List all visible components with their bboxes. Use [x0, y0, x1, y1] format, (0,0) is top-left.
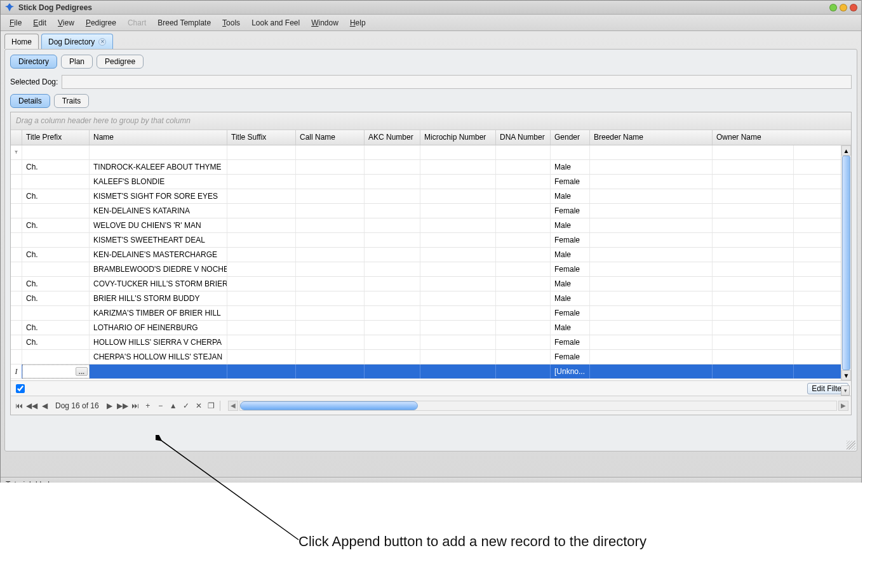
- cell-gender[interactable]: Male: [551, 189, 590, 203]
- cell-name[interactable]: KISMET'S SWEETHEART DEAL: [90, 233, 227, 247]
- selected-dog-input[interactable]: [62, 75, 852, 89]
- vertical-scrollbar[interactable]: ▲ ▼: [841, 145, 851, 380]
- cell-name[interactable]: KEN-DELAINE'S MASTERCHARGE: [90, 248, 227, 262]
- nav-first-button[interactable]: ⏮: [13, 400, 25, 411]
- cell-gender[interactable]: Male: [551, 248, 590, 262]
- header-owner-name[interactable]: Owner Name: [713, 130, 794, 145]
- nav-append-button[interactable]: +: [142, 400, 154, 411]
- table-row[interactable]: KARIZMA'S TIMBER OF BRIER HILLFemale: [11, 306, 851, 321]
- cell-name[interactable]: BRIER HILL'S STORM BUDDY: [90, 291, 227, 305]
- zoom-button[interactable]: [840, 4, 847, 11]
- cell-name[interactable]: KALEEF'S BLONDIE: [90, 175, 227, 189]
- menu-help[interactable]: Help: [345, 17, 371, 29]
- close-tab-icon[interactable]: ×: [98, 38, 106, 46]
- table-row[interactable]: CHERPA'S HOLLOW HILLS' STEJANFemale: [11, 350, 851, 364]
- table-row[interactable]: Ch.LOTHARIO OF HEINERBURGMale: [11, 321, 851, 335]
- cell-gender[interactable]: Male: [551, 321, 590, 335]
- scroll-thumb[interactable]: [842, 156, 850, 370]
- close-button[interactable]: [850, 4, 857, 11]
- table-row[interactable]: Ch.KISMET'S SIGHT FOR SORE EYESMale: [11, 189, 851, 204]
- cell-gender[interactable]: Female: [551, 233, 590, 247]
- cell-title-prefix[interactable]: [22, 233, 90, 247]
- minimize-button[interactable]: [829, 4, 837, 11]
- filter-row[interactable]: [11, 145, 851, 160]
- resize-grip-icon[interactable]: [847, 441, 855, 450]
- nav-edit-button[interactable]: ▲: [168, 400, 179, 411]
- filter-dropdown-icon[interactable]: ▾: [841, 385, 850, 396]
- cell-gender[interactable]: Female: [551, 262, 590, 276]
- cell-title-prefix[interactable]: [22, 175, 90, 189]
- cell-name[interactable]: LOTHARIO OF HEINERBURG: [90, 321, 227, 335]
- cell-name[interactable]: TINDROCK-KALEEF ABOUT THYME: [90, 160, 227, 174]
- cell-gender[interactable]: Female: [551, 350, 590, 364]
- subtab-pedigree[interactable]: Pedigree: [97, 55, 144, 69]
- subtab-directory[interactable]: Directory: [10, 55, 57, 69]
- cell-title-prefix[interactable]: Ch.: [22, 160, 90, 174]
- new-row-gender[interactable]: [Unkno...: [551, 364, 590, 378]
- table-row[interactable]: KEN-DELAINE'S KATARINAFemale: [11, 204, 851, 218]
- table-row[interactable]: Ch.TINDROCK-KALEEF ABOUT THYMEMale: [11, 160, 851, 175]
- nav-end-edit-button[interactable]: ❐: [206, 400, 217, 411]
- cell-name[interactable]: CHERPA'S HOLLOW HILLS' STEJAN: [90, 350, 227, 364]
- cell-title-prefix[interactable]: Ch.: [22, 291, 90, 305]
- cell-title-prefix[interactable]: Ch.: [22, 218, 90, 232]
- scroll-up-icon[interactable]: ▲: [841, 145, 851, 156]
- menu-file[interactable]: File: [4, 17, 27, 29]
- cell-name[interactable]: COVY-TUCKER HILL'S STORM BRIER: [90, 277, 227, 291]
- cell-title-prefix[interactable]: Ch.: [22, 189, 90, 203]
- nav-cancel-button[interactable]: ✕: [193, 400, 204, 411]
- cell-gender[interactable]: Female: [551, 175, 590, 189]
- header-name[interactable]: Name: [90, 130, 227, 145]
- hscroll-thumb[interactable]: [240, 401, 418, 410]
- table-row[interactable]: Ch.COVY-TUCKER HILL'S STORM BRIERMale: [11, 277, 851, 291]
- header-microchip-number[interactable]: Microchip Number: [420, 130, 496, 145]
- cell-gender[interactable]: Female: [551, 204, 590, 218]
- hscroll-right-icon[interactable]: ▶: [838, 401, 848, 411]
- cell-name[interactable]: KARIZMA'S TIMBER OF BRIER HILL: [90, 306, 227, 320]
- nav-post-button[interactable]: ✓: [180, 400, 192, 411]
- table-row[interactable]: Ch.HOLLOW HILLS' SIERRA V CHERPAFemale: [11, 335, 851, 350]
- nav-prev-page-button[interactable]: ◀◀: [26, 400, 37, 411]
- cell-name[interactable]: KISMET'S SIGHT FOR SORE EYES: [90, 189, 227, 203]
- table-row[interactable]: KISMET'S SWEETHEART DEALFemale: [11, 233, 851, 248]
- header-call-name[interactable]: Call Name: [296, 130, 365, 145]
- horizontal-scrollbar[interactable]: ◀ ▶: [228, 401, 848, 411]
- cell-gender[interactable]: Male: [551, 160, 590, 174]
- header-akc-number[interactable]: AKC Number: [365, 130, 420, 145]
- nav-prev-button[interactable]: ◀: [39, 400, 50, 411]
- menu-view[interactable]: View: [53, 17, 79, 29]
- header-title-prefix[interactable]: Title Prefix: [22, 130, 90, 145]
- header-breeder-name[interactable]: Breeder Name: [590, 130, 713, 145]
- cell-name[interactable]: BRAMBLEWOOD'S DIEDRE V NOCHEE II: [90, 262, 227, 276]
- scroll-down-icon[interactable]: ▼: [841, 370, 851, 380]
- menu-edit[interactable]: Edit: [28, 17, 51, 29]
- menu-look-and-feel[interactable]: Look and Feel: [246, 17, 305, 29]
- title-prefix-lookup-button[interactable]: ...: [76, 367, 88, 376]
- filter-icon[interactable]: [11, 145, 22, 159]
- nav-last-button[interactable]: ⏭: [130, 400, 141, 411]
- header-gender[interactable]: Gender: [551, 130, 590, 145]
- menu-breed-template[interactable]: Breed Template: [152, 17, 216, 29]
- tab-dog-directory[interactable]: Dog Directory ×: [41, 34, 113, 49]
- cell-gender[interactable]: Male: [551, 277, 590, 291]
- cell-title-prefix[interactable]: [22, 306, 90, 320]
- table-row[interactable]: KALEEF'S BLONDIEFemale: [11, 175, 851, 189]
- cell-gender[interactable]: Male: [551, 218, 590, 232]
- new-record-row[interactable]: I ... [Unkno...: [11, 364, 851, 379]
- cell-title-prefix[interactable]: [22, 204, 90, 218]
- cell-name[interactable]: WELOVE DU CHIEN'S 'R' MAN: [90, 218, 227, 232]
- menu-tools[interactable]: Tools: [217, 17, 245, 29]
- table-row[interactable]: Ch.KEN-DELAINE'S MASTERCHARGEMale: [11, 248, 851, 262]
- cell-name[interactable]: KEN-DELAINE'S KATARINA: [90, 204, 227, 218]
- nav-next-page-button[interactable]: ▶▶: [117, 400, 128, 411]
- subtab-traits[interactable]: Traits: [54, 94, 90, 108]
- hscroll-left-icon[interactable]: ◀: [228, 401, 238, 411]
- table-row[interactable]: BRAMBLEWOOD'S DIEDRE V NOCHEE IIFemale: [11, 262, 851, 277]
- nav-delete-button[interactable]: −: [155, 400, 166, 411]
- nav-next-button[interactable]: ▶: [104, 400, 116, 411]
- cell-title-prefix[interactable]: Ch.: [22, 248, 90, 262]
- menu-pedigree[interactable]: Pedigree: [81, 17, 121, 29]
- header-dna-number[interactable]: DNA Number: [496, 130, 551, 145]
- cell-title-prefix[interactable]: Ch.: [22, 335, 90, 349]
- cell-title-prefix[interactable]: [22, 350, 90, 364]
